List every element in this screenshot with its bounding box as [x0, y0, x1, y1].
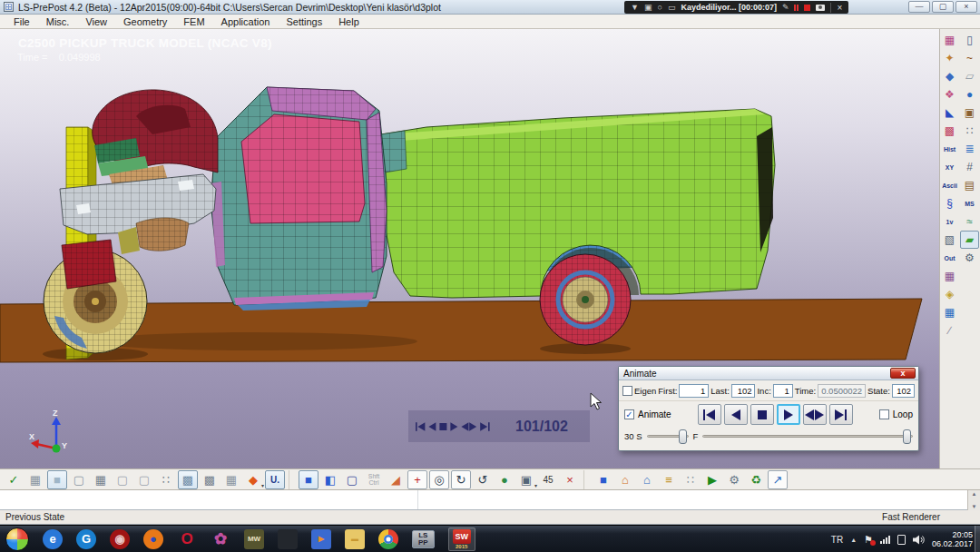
menu-application[interactable]: Application [213, 16, 279, 27]
recorder-pencil-icon[interactable]: ✎ [782, 3, 789, 12]
half-view-icon[interactable]: ◧ [320, 470, 340, 489]
plot-window-icon[interactable]: ↗ [768, 470, 788, 489]
device-icon[interactable] [897, 535, 906, 545]
post-card-icon[interactable]: ▯ [960, 31, 979, 49]
maximize-button[interactable]: ▢ [932, 1, 954, 13]
taskbar-explorer[interactable]: ▬ [345, 529, 365, 549]
image-plot-icon[interactable]: ▧ [940, 231, 959, 249]
language-indicator[interactable]: TR [831, 535, 843, 545]
taskbar-mw[interactable]: MW [244, 529, 264, 549]
menu-fem[interactable]: FEM [175, 16, 212, 27]
playbar-stop-button[interactable] [439, 423, 446, 430]
bounce-button[interactable] [803, 404, 827, 425]
mesh-cube-icon[interactable]: ▦ [91, 470, 111, 489]
taskbar-player[interactable]: ▶ [311, 529, 331, 549]
hidden-line-cube-icon[interactable]: ▢ [134, 470, 154, 489]
feature-mesh-icon[interactable]: ▦ [221, 470, 241, 489]
recorder-magnifier-icon[interactable]: ○ [657, 3, 662, 12]
stop-button[interactable] [750, 404, 774, 425]
measure-icon[interactable]: ∕ [940, 321, 959, 340]
flash-list-icon[interactable]: ≡ [659, 470, 679, 489]
persp-angle-icon[interactable]: ▣▾ [516, 470, 536, 489]
play-button[interactable] [777, 404, 800, 425]
wire-view-icon[interactable]: ▢ [342, 470, 362, 489]
recorder-close-icon[interactable]: × [830, 3, 842, 13]
titlebar[interactable]: LS-PrePost 4.2 (Beta) - 12Apr2015(09:00)… [0, 0, 980, 15]
frame-grid-icon[interactable]: # [960, 158, 979, 176]
spring-icon[interactable]: § [940, 194, 959, 212]
playbar-bounce-button[interactable] [461, 422, 476, 431]
step-back-button[interactable] [724, 404, 748, 425]
animate-dialog[interactable]: Animate x Eigen First: 1 Last: 102 Inc: … [618, 366, 919, 451]
playbar-step-back-button[interactable] [428, 422, 436, 431]
outline-cube-icon[interactable]: ▢ [113, 470, 132, 489]
wedge-part-icon[interactable]: ◣ [940, 104, 959, 122]
mesh-dark-icon[interactable]: ▩ [200, 470, 220, 489]
recorder-menu-icon[interactable]: ▼ [631, 3, 639, 12]
menu-help[interactable]: Help [330, 16, 368, 27]
skip-forward-button[interactable] [829, 404, 853, 425]
show-desktop-button[interactable] [975, 526, 980, 552]
fringe-diamond-icon[interactable]: ◆▾ [243, 470, 263, 489]
first-field[interactable]: 1 [679, 384, 709, 398]
taskbar-lsprepost[interactable]: LSPP [412, 530, 435, 548]
minimize-button[interactable]: — [908, 1, 930, 13]
sphere-tool-icon[interactable]: ● [960, 85, 979, 104]
close-button[interactable]: × [956, 1, 977, 13]
menu-geometry[interactable]: Geometry [115, 16, 175, 27]
vector-icon[interactable]: 1v [940, 212, 959, 231]
recorder-window-icon[interactable]: ▣ [644, 3, 652, 12]
playbar-skip-forward-button[interactable] [480, 422, 489, 431]
eco-gears-icon[interactable]: ♻ [746, 470, 766, 489]
deck-icon[interactable]: ≣ [960, 140, 979, 158]
hidden-icons-button[interactable]: ▲ [850, 537, 857, 543]
menu-view[interactable]: View [77, 16, 115, 27]
recorder-camera-icon[interactable] [816, 5, 825, 11]
taskbar-gom[interactable]: G [76, 529, 96, 549]
taskbar-cs[interactable] [278, 529, 298, 549]
table-icon[interactable]: ▦ [940, 267, 959, 285]
taskbar-gears-color[interactable]: ✿ [211, 529, 230, 549]
recorder-stop-icon[interactable] [804, 5, 810, 11]
wave-layers-icon[interactable]: ≈ [960, 212, 979, 231]
fringe-plot-icon[interactable]: ▰ [960, 231, 979, 249]
globe-icon[interactable]: ● [495, 470, 514, 489]
plane-tool-icon[interactable]: ▱ [960, 67, 979, 85]
state-slider[interactable] [702, 435, 913, 438]
box-tool-icon[interactable]: ▣ [960, 104, 979, 122]
rotate-view-icon[interactable]: ↻ [451, 470, 471, 489]
model-parts-icon[interactable]: ▦ [940, 31, 959, 49]
command-scrollbar[interactable]: ▲▼ [967, 490, 980, 510]
taskbar-opera[interactable]: O [177, 529, 197, 549]
xy-plot-icon[interactable]: XY [940, 158, 959, 176]
axis-rotate-icon[interactable]: × [560, 470, 580, 489]
taskbar-solidworks[interactable]: SW2015 [448, 527, 475, 551]
binout-icon[interactable]: Out [940, 249, 959, 267]
menu-file[interactable]: File [5, 16, 38, 27]
add-part-icon[interactable]: + [407, 470, 427, 489]
node-points-icon[interactable]: ∷ [156, 470, 176, 489]
animate-dialog-titlebar[interactable]: Animate x [619, 367, 918, 380]
mesh-parts-icon[interactable]: ▩ [940, 122, 959, 140]
animate-checkbox[interactable]: ✓ [624, 409, 634, 419]
hammer-icon[interactable]: ◢ [386, 470, 406, 489]
recorder-pause-icon[interactable] [794, 5, 799, 11]
grid-info-icon[interactable]: ▦ [940, 303, 959, 321]
home-window-icon[interactable]: ⌂ [637, 470, 657, 489]
start-button[interactable] [5, 527, 29, 551]
volume-icon[interactable] [913, 535, 925, 545]
flat-cube-icon[interactable]: ▢ [69, 470, 89, 489]
section-key-icon[interactable]: ✦ [940, 49, 959, 67]
taskbar-internet-explorer[interactable]: e [43, 529, 63, 549]
eigen-checkbox[interactable] [622, 386, 632, 396]
ascii-plot-icon[interactable]: Ascii [940, 176, 959, 194]
ms-tool-icon[interactable]: MS [960, 194, 979, 212]
node-cloud-icon[interactable]: ∷ [681, 470, 701, 489]
playbar-skip-first-button[interactable] [416, 422, 425, 431]
gears-plot-icon[interactable]: ⚙ [960, 249, 979, 267]
wire-shade-icon[interactable]: ▦ [25, 470, 45, 489]
hist-plot-icon[interactable]: Hist [940, 140, 959, 158]
menu-settings[interactable]: Settings [278, 16, 330, 27]
taskbar-firefox[interactable]: ● [143, 529, 163, 549]
constraint-icon[interactable]: ❖ [940, 85, 959, 104]
